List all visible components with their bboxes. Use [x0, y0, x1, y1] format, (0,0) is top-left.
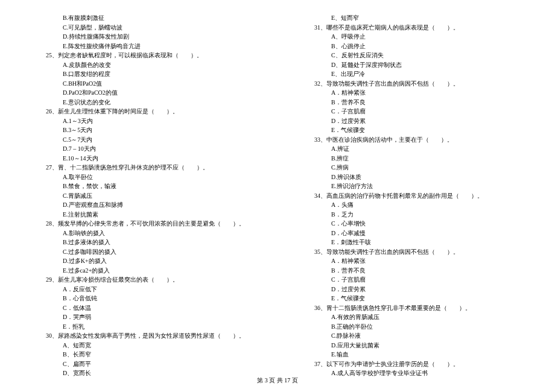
option-line: C、反射性反应消失 — [293, 51, 531, 60]
option-line: D.PaO2和PaCO2的值 — [24, 88, 262, 98]
option-line: A、呼吸停止 — [293, 32, 531, 42]
question-line: 25、判定患者缺氧程度时，可以根据临床表现和（ ）。 — [24, 51, 262, 60]
option-line: E.10～14天内 — [24, 154, 262, 163]
question-line: 29、新生儿寒冷损伤综合征最突出的表（ ）。 — [24, 275, 262, 285]
question-line: 26、新生儿生理性体重下降的时间应是（ ）。 — [24, 107, 262, 116]
option-line: D.7 – 10天内 — [24, 144, 262, 154]
option-line: C．低体温 — [24, 303, 262, 313]
option-line: B．营养不良 — [293, 98, 531, 107]
option-line: C.辨病 — [293, 163, 531, 172]
option-line: E.输血 — [293, 350, 531, 359]
option-line: C.胃肠减压 — [24, 191, 262, 201]
option-line: B.正确的半卧位 — [293, 322, 531, 332]
option-line: E．气候骤变 — [293, 294, 531, 303]
option-line: B．营养不良 — [293, 266, 531, 276]
option-line: B.过多液体的摄入 — [24, 238, 262, 247]
option-line: A、短而宽 — [24, 341, 262, 350]
option-line: D．过度劳累 — [293, 285, 531, 294]
option-line: C.5～7天内 — [24, 135, 262, 145]
option-line: A．精神紧张 — [293, 256, 531, 266]
option-line: C．心率增快 — [293, 219, 531, 229]
question-line: 35、导致功能失调性子宫出血的病因不包括（ ）。 — [293, 247, 531, 257]
option-line: E．气候骤变 — [293, 125, 531, 135]
option-line: D.应用大量抗菌素 — [293, 341, 531, 350]
page-footer: 第 3 页 共 17 页 — [0, 376, 555, 385]
option-line: C.静脉补液 — [293, 331, 531, 341]
option-line: A.取半卧位 — [24, 172, 262, 182]
right-column: E、短而窄31、哪些不是临床死亡期病人的临床表现是（ ）。A、呼吸停止B、心跳停… — [293, 13, 531, 378]
option-line: D.严密观察血压和脉搏 — [24, 200, 262, 210]
option-line: B.口唇发绀的程度 — [24, 69, 262, 79]
option-line: B.禁食，禁饮，输液 — [24, 182, 262, 191]
question-line: 27、胃、十二指肠溃疡急性穿孔并休克的护理不应（ ）。 — [24, 163, 262, 172]
option-line: A．头痛 — [293, 200, 531, 210]
option-line: C．子宫肌瘤 — [293, 107, 531, 116]
option-line: A．精神紧张 — [293, 88, 531, 98]
option-line: B．心音低钝 — [24, 294, 262, 303]
option-line: E、短而窄 — [293, 13, 531, 23]
option-line: B.辨症 — [293, 154, 531, 163]
option-line: D、延髓处于深度抑制状态 — [293, 60, 531, 70]
option-line: B.有腹膜刺激征 — [24, 13, 262, 23]
option-line: B．乏力 — [293, 210, 531, 220]
question-line: 32、导致功能失调性子宫出血的病因不包括（ ）。 — [293, 79, 531, 89]
option-line: D.持续性腹痛阵发性加剧 — [24, 32, 262, 42]
option-line: A.有效的胃肠减压 — [293, 312, 531, 322]
option-line: D．过度劳累 — [293, 116, 531, 126]
option-line: E.注射抗菌素 — [24, 210, 262, 220]
left-column: B.有腹膜刺激征C.可见肠型，肠蠕动波D.持续性腹痛阵发性加剧E.阵发性腹绞痛伴… — [24, 13, 262, 378]
question-line: 28、频发早搏的心律失常患者，不可饮用浓茶的目的主要是避免（ ）。 — [24, 219, 262, 229]
option-line: E.过多ca2+的摄入 — [24, 266, 262, 276]
option-line: B、心跳停止 — [293, 42, 531, 51]
question-line: 33、中医在诊治疾病的活动中，主要在于（ ）。 — [293, 135, 531, 145]
option-line: A.影响铁的摄入 — [24, 229, 262, 238]
option-line: E、出现尸冷 — [293, 69, 531, 79]
question-line: 36、胃十二指肠溃疡急性穿孔非手术最重要的是（ ）。 — [293, 303, 531, 313]
option-line: B.3～5天内 — [24, 125, 262, 135]
option-line: C．子宫肌瘤 — [293, 275, 531, 285]
option-line: C.BH和PaO2值 — [24, 79, 262, 89]
question-line: 30、尿路感染女性发病率高于男性，是因为女性尿道较男性尿道（ ）。 — [24, 331, 262, 341]
option-line: E．刺激性干咳 — [293, 238, 531, 247]
option-line: E.意识状态的变化 — [24, 98, 262, 107]
option-line: E.阵发性腹绞痛伴肠鸣音亢进 — [24, 42, 262, 51]
question-line: 34、高血压病的治疗药物卡托普利最常见的副作用是（ ）。 — [293, 191, 531, 201]
option-line: B、长而窄 — [24, 350, 262, 359]
content-columns: B.有腹膜刺激征C.可见肠型，肠蠕动波D.持续性腹痛阵发性加剧E.阵发性腹绞痛伴… — [24, 13, 531, 378]
option-line: E.辨识治疗方法 — [293, 182, 531, 191]
option-line: A.辨证 — [293, 144, 531, 154]
option-line: D.辨识体质 — [293, 172, 531, 182]
option-line: D．心率减慢 — [293, 229, 531, 238]
option-line: D.过多K+的摄入 — [24, 256, 262, 266]
option-line: C.可见肠型，肠蠕动波 — [24, 23, 262, 33]
option-line: D．哭声弱 — [24, 312, 262, 322]
question-line: 31、哪些不是临床死亡期病人的临床表现是（ ）。 — [293, 23, 531, 33]
option-line: E．拒乳 — [24, 322, 262, 332]
question-line: 37、以下可作为申请护士执业注册学历的是（ ）。 — [293, 359, 531, 369]
option-line: C、扁而平 — [24, 359, 262, 369]
option-line: C.过多咖啡因的摄入 — [24, 247, 262, 257]
option-line: A．反应低下 — [24, 285, 262, 294]
option-line: A.皮肤颜色的改变 — [24, 60, 262, 70]
option-line: A.1～3天内 — [24, 116, 262, 126]
